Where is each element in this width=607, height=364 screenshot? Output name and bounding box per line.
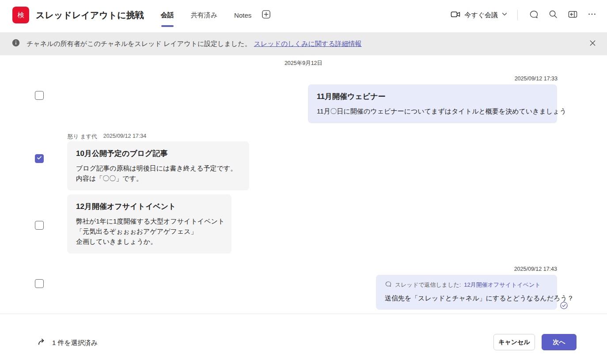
info-icon	[11, 38, 20, 49]
channel-header: 検 スレッドレイアウトに挑戦 会話 共有済み Notes 今すぐ会議	[0, 0, 607, 30]
message-body-line: 送信先を「スレッドとチャネル」にするとどうなるんだろう？	[385, 293, 548, 303]
message-meta: 怒り ます代 2025/09/12 17:34	[68, 133, 146, 140]
message-title: 12月開催オフサイトイベント	[76, 201, 223, 212]
footer-divider	[0, 314, 607, 314]
header-actions: 今すぐ会議	[451, 9, 598, 21]
meet-now-label: 今すぐ会議	[464, 11, 498, 19]
footer-buttons: キャンセル 次へ	[493, 334, 577, 350]
banner-learn-more-link[interactable]: スレッドのしくみに関する詳細情報	[254, 40, 362, 48]
message-body-line: 内容は「〇〇」です。	[76, 173, 240, 183]
message-timestamp: 2025/09/12 17:34	[103, 133, 146, 140]
selection-count-label: 1 件を選択済み	[52, 339, 98, 347]
next-button[interactable]: 次へ	[542, 334, 577, 350]
cancel-button[interactable]: キャンセル	[493, 334, 535, 350]
channel-title: スレッドレイアウトに挑戦	[36, 9, 144, 21]
message-author: 怒り ます代	[68, 133, 97, 140]
message-body-line: ブログ記事の原稿は明後日には書き終える予定です。	[76, 163, 240, 173]
forward-arrow-icon	[37, 337, 47, 349]
chevron-down-icon[interactable]	[501, 11, 508, 19]
message-title: 11月開催ウェビナー	[317, 91, 548, 102]
message-select-checkbox[interactable]	[35, 91, 44, 100]
thread-layout-banner: チャネルの所有者がこのチャネルをスレッド レイアウトに設定しました。 スレッドの…	[0, 32, 607, 55]
close-icon	[588, 39, 597, 49]
message-bubble[interactable]: スレッドで返信しました: 12月開催オフサイトイベント 送信先を「スレッドとチャ…	[376, 275, 557, 310]
message-bubble[interactable]: 11月開催ウェビナー 11月〇日に開催のウェビナーについてまずはタイトルと概要を…	[308, 84, 557, 123]
message-select-checkbox[interactable]	[35, 221, 44, 230]
message-body-line: 企画していきましょうか。	[76, 236, 223, 246]
reply-thread-link[interactable]: 12月開催オフサイトイベント	[464, 281, 540, 289]
chat-button[interactable]	[527, 9, 540, 21]
channel-tabs: 会話 共有済み Notes	[161, 11, 252, 19]
message-body-line: 「元気出るぞぉぉぉおアゲアゲフェス」	[76, 226, 223, 236]
reply-label: スレッドで返信しました:	[395, 281, 461, 289]
search-icon	[548, 9, 558, 21]
meet-now-button[interactable]: 今すぐ会議	[451, 9, 508, 21]
message-timestamp: 2025/09/12 17:33	[515, 76, 558, 82]
message-bubble[interactable]: 12月開催オフサイトイベント 弊社が1年に1度開催する大型オフサイトイベント 「…	[67, 194, 231, 254]
message-select-checkbox[interactable]	[35, 279, 44, 288]
message-select-checkbox[interactable]	[35, 154, 44, 163]
plus-square-icon	[261, 9, 271, 21]
more-icon	[587, 9, 597, 21]
checkmark-icon	[36, 155, 42, 163]
message-body-line: 弊社が1年に1度開催する大型オフサイトイベント	[76, 216, 223, 226]
channel-avatar-initial: 検	[18, 11, 24, 19]
message-title: 10月公開予定のブログ記事	[76, 148, 240, 159]
tab-shared[interactable]: 共有済み	[191, 11, 217, 19]
banner-close-button[interactable]	[586, 37, 599, 50]
more-options-button[interactable]	[586, 9, 598, 21]
tab-conversation[interactable]: 会話	[161, 11, 174, 19]
tab-notes[interactable]: Notes	[234, 11, 251, 19]
video-camera-icon	[451, 9, 461, 21]
chat-icon	[529, 9, 539, 21]
header-divider	[517, 10, 518, 20]
message-bubble[interactable]: 10月公開予定のブログ記事 ブログ記事の原稿は明後日には書き終える予定です。 内…	[67, 141, 249, 190]
channel-avatar[interactable]: 検	[12, 7, 29, 23]
date-separator: 2025年9月12日	[0, 60, 607, 67]
sent-check-icon	[560, 301, 568, 310]
open-pane-button[interactable]	[566, 9, 579, 21]
message-body-line: 11月〇日に開催のウェビナーについてまずはタイトルと概要を決めていきましょう	[317, 106, 548, 116]
add-tab-button[interactable]	[261, 9, 271, 21]
selection-status: 1 件を選択済み	[37, 337, 98, 349]
search-button[interactable]	[547, 9, 559, 21]
teams-channel-window: 検 スレッドレイアウトに挑戦 会話 共有済み Notes 今すぐ会議	[0, 0, 607, 364]
thread-reply-indicator: スレッドで返信しました: 12月開催オフサイトイベント	[385, 281, 548, 289]
banner-message: チャネルの所有者がこのチャネルをスレッド レイアウトに設定しました。	[27, 40, 251, 48]
message-timestamp: 2025/09/12 17:43	[514, 266, 557, 272]
open-pane-icon	[568, 9, 578, 21]
reply-bubble-icon	[385, 281, 392, 289]
